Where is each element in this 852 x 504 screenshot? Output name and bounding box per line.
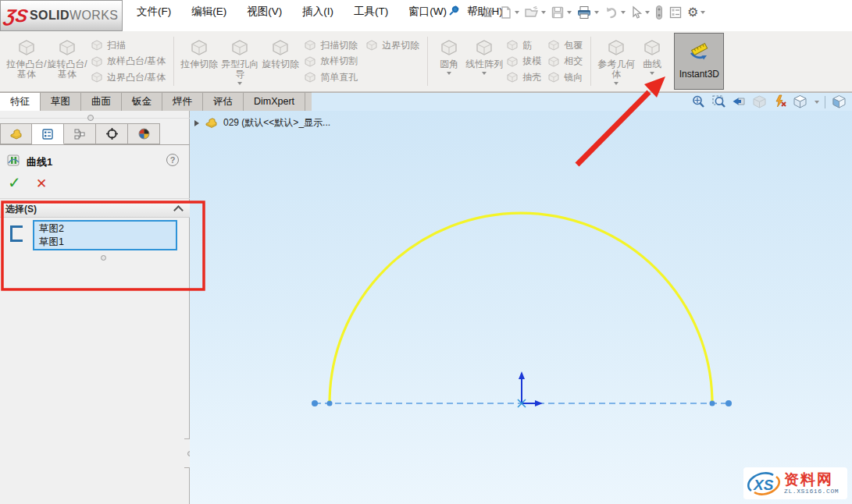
print-button[interactable] xyxy=(574,3,601,22)
zoom-to-fit-icon[interactable] xyxy=(690,94,707,110)
rib-button[interactable]: 筋 xyxy=(506,37,541,53)
button-label: 边界切除 xyxy=(382,39,419,52)
menu-file[interactable]: 文件(F) xyxy=(127,0,181,23)
dropdown-arrow-icon[interactable] xyxy=(541,11,546,14)
menu-edit[interactable]: 编辑(E) xyxy=(181,0,237,23)
intersect-icon xyxy=(547,55,560,68)
tab-feature-manager[interactable] xyxy=(0,123,32,144)
tab-dimxpert-manager[interactable] xyxy=(96,123,128,144)
reference-geometry-button[interactable]: 参考几何体 xyxy=(596,33,636,90)
linear-pattern-button[interactable]: 线性阵列 xyxy=(465,33,503,90)
mirror-button[interactable]: 镜向 xyxy=(547,69,583,85)
button-label: 拉伸凸台/基体 xyxy=(6,59,47,80)
panel-splitter[interactable] xyxy=(0,118,190,119)
tab-weldments[interactable]: 焊件 xyxy=(162,93,203,111)
arc-endpoint[interactable] xyxy=(710,401,715,406)
menu-tools[interactable]: 工具(T) xyxy=(344,0,398,23)
undo-button[interactable] xyxy=(601,3,628,22)
line-endpoint[interactable] xyxy=(312,400,318,406)
selection-item[interactable]: 草图1 xyxy=(39,236,176,249)
edit-appearance-icon[interactable] xyxy=(772,94,788,110)
line-endpoint[interactable] xyxy=(725,400,732,406)
selection-listbox[interactable]: 草图2 草图1 xyxy=(33,220,177,250)
manager-tab-strip xyxy=(0,123,190,145)
dropdown-arrow-icon[interactable] xyxy=(237,82,242,85)
tab-sketch[interactable]: 草图 xyxy=(41,93,81,111)
tab-features[interactable]: 特征 xyxy=(0,93,41,111)
view-orientation-icon[interactable] xyxy=(792,94,808,110)
selection-group-header[interactable]: 选择(S) xyxy=(0,201,190,218)
zoom-to-area-icon[interactable] xyxy=(711,94,727,110)
boundary-cut-button[interactable]: 边界切除 xyxy=(365,37,419,53)
new-document-button[interactable] xyxy=(497,3,522,22)
dropdown-arrow-icon[interactable] xyxy=(515,11,519,14)
dropdown-arrow-icon[interactable] xyxy=(621,11,626,14)
instant3d-button[interactable]: Instant3D xyxy=(674,33,724,90)
pin-menu-icon[interactable] xyxy=(447,5,461,19)
tab-configuration-manager[interactable] xyxy=(64,123,96,144)
dropdown-arrow-icon[interactable] xyxy=(567,11,572,14)
wrap-button[interactable]: 包覆 xyxy=(547,37,583,53)
dropdown-arrow-icon[interactable] xyxy=(447,72,451,75)
save-button[interactable] xyxy=(548,3,574,22)
menu-insert[interactable]: 插入(I) xyxy=(292,0,344,23)
dropdown-arrow-icon[interactable] xyxy=(700,11,705,14)
tab-property-manager[interactable] xyxy=(32,123,64,144)
dropdown-arrow-icon[interactable] xyxy=(482,72,487,75)
previous-view-icon[interactable] xyxy=(731,94,747,110)
revolved-cut-button[interactable]: 旋转切除 xyxy=(260,33,301,90)
extruded-boss-base-button[interactable]: 拉伸凸台/基体 xyxy=(6,33,47,90)
listbox-resize-handle[interactable] xyxy=(101,255,106,261)
swept-cut-button[interactable]: 扫描切除 xyxy=(304,37,358,53)
tab-sheet-metal[interactable]: 钣金 xyxy=(122,93,162,111)
cancel-button[interactable]: ✕ xyxy=(36,176,47,192)
curves-button[interactable]: 曲线 xyxy=(636,33,668,90)
tab-evaluate[interactable]: 评估 xyxy=(203,93,244,111)
selection-item[interactable]: 草图2 xyxy=(39,222,176,236)
chevron-up-icon xyxy=(173,205,184,215)
origin-marker[interactable] xyxy=(518,371,543,407)
dropdown-arrow-icon[interactable] xyxy=(614,82,619,85)
arc-endpoint[interactable] xyxy=(327,401,333,406)
tab-dimxpert[interactable]: DimXpert xyxy=(244,93,305,111)
home-button[interactable] xyxy=(478,3,497,22)
intersect-button[interactable]: 相交 xyxy=(547,54,583,69)
dropdown-arrow-icon[interactable] xyxy=(594,11,599,14)
tab-display-manager[interactable] xyxy=(128,123,160,144)
simple-hole-button[interactable]: 简单直孔 xyxy=(304,69,419,85)
sweep-button[interactable]: 扫描 xyxy=(91,37,166,53)
divider xyxy=(0,198,190,199)
options-button[interactable]: ⚙ xyxy=(685,3,708,22)
dropdown-arrow-icon[interactable] xyxy=(650,72,654,75)
boundary-boss-base-button[interactable]: 边界凸台/基体 xyxy=(91,69,166,85)
button-label: 线性阵列 xyxy=(465,59,503,69)
revolved-boss-base-button[interactable]: 旋转凸台/基体 xyxy=(47,33,87,90)
gear-icon: ⚙ xyxy=(687,6,698,19)
selection-toggle-button[interactable] xyxy=(652,3,666,22)
graphics-viewport[interactable]: 029 (默认<<默认>_显示... xyxy=(190,111,852,504)
fillet-button[interactable]: 圆角 xyxy=(433,33,465,90)
ok-button[interactable]: ✓ xyxy=(8,173,21,192)
feature-small-commands-a: 筋 拔模 抽壳 xyxy=(503,33,544,90)
tab-surfaces[interactable]: 曲面 xyxy=(81,93,122,111)
lofted-boss-base-button[interactable]: 放样凸台/基体 xyxy=(91,54,166,69)
dropdown-arrow-icon[interactable] xyxy=(645,11,650,14)
lofted-cut-button[interactable]: 放样切割 xyxy=(304,54,419,69)
hole-wizard-button[interactable]: 异型孔向导 xyxy=(219,33,260,90)
display-style-icon[interactable] xyxy=(831,94,847,110)
draft-button[interactable]: 拔模 xyxy=(506,54,541,69)
shell-button[interactable]: 抽壳 xyxy=(506,69,541,85)
instant3d-icon xyxy=(688,43,710,63)
panel-splitter-handle[interactable] xyxy=(87,115,94,121)
feature-manager-icon xyxy=(9,128,23,140)
dropdown-arrow-icon[interactable] xyxy=(815,101,819,104)
help-icon[interactable]: ? xyxy=(166,154,179,166)
task-pane-button[interactable] xyxy=(666,3,685,22)
extruded-cut-button[interactable]: 拉伸切除 xyxy=(179,33,219,90)
select-button[interactable] xyxy=(628,3,652,22)
mirror-icon xyxy=(547,71,560,83)
section-view-icon[interactable] xyxy=(751,94,768,110)
menu-view[interactable]: 视图(V) xyxy=(237,0,292,23)
button-label: 放样凸台/基体 xyxy=(107,55,166,68)
open-document-button[interactable] xyxy=(522,3,548,22)
